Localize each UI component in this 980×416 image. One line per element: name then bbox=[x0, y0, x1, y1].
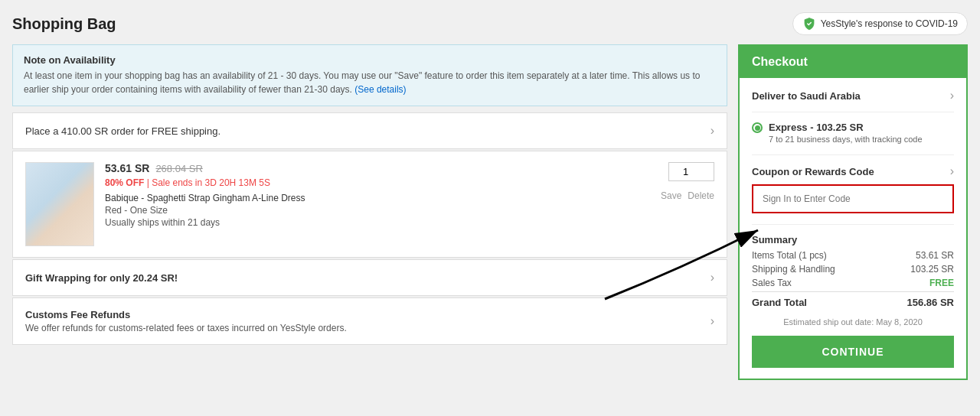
product-image bbox=[25, 162, 94, 246]
discount-badge: 80% OFF bbox=[105, 177, 144, 188]
ship-date: Estimated ship out date: May 8, 2020 bbox=[752, 317, 954, 327]
tax-row: Sales Tax FREE bbox=[752, 278, 954, 288]
shipping-name: Express - 103.25 SR bbox=[769, 122, 923, 133]
summary-section: Summary Items Total (1 pcs) 53.61 SR Shi… bbox=[752, 234, 954, 308]
grand-total-row: Grand Total 156.86 SR bbox=[752, 291, 954, 308]
customs-bar[interactable]: Customs Fee Refunds We offer refunds for… bbox=[12, 297, 727, 345]
coupon-label: Coupon or Rewards Code bbox=[752, 166, 874, 177]
coupon-input-wrapper bbox=[752, 184, 954, 213]
checkout-body: Deliver to Saudi Arabia › Express - 103.… bbox=[740, 78, 966, 379]
left-column: Note on Availability At least one item i… bbox=[12, 44, 727, 345]
delete-button[interactable]: Delete bbox=[688, 190, 714, 201]
product-variant: Red - One Size bbox=[105, 205, 642, 216]
quantity-input[interactable] bbox=[668, 162, 714, 181]
coupon-input[interactable] bbox=[755, 187, 951, 210]
covid-badge-button[interactable]: YesStyle's response to COVID-19 bbox=[792, 12, 968, 35]
items-label: Items Total (1 pcs) bbox=[752, 250, 827, 261]
original-price: 268.04 SR bbox=[155, 163, 202, 174]
tax-value: FREE bbox=[929, 278, 954, 288]
delivery-row[interactable]: Deliver to Saudi Arabia › bbox=[752, 89, 954, 112]
grand-label: Grand Total bbox=[752, 297, 807, 308]
save-button[interactable]: Save bbox=[661, 190, 681, 201]
items-value: 53.61 SR bbox=[916, 250, 954, 261]
coupon-chevron-icon: › bbox=[950, 164, 954, 178]
shipping-value: 103.25 SR bbox=[910, 264, 954, 275]
shield-icon bbox=[802, 17, 816, 31]
product-availability: Usually ships within 21 days bbox=[105, 217, 642, 228]
continue-button[interactable]: CONTINUE bbox=[752, 336, 954, 368]
notice-title: Note on Availability bbox=[24, 54, 716, 66]
grand-value: 156.86 SR bbox=[907, 297, 954, 308]
product-details: 53.61 SR 268.04 SR 80% OFF | Sale ends i… bbox=[105, 162, 642, 228]
current-price: 53.61 SR bbox=[105, 162, 149, 174]
shipping-option: Express - 103.25 SR 7 to 21 business day… bbox=[752, 122, 954, 155]
notice-text: At least one item in your shopping bag h… bbox=[24, 69, 716, 96]
free-shipping-text: Place a 410.00 SR order for FREE shippin… bbox=[25, 125, 220, 137]
product-name: Babique - Spaghetti Strap Gingham A-Line… bbox=[105, 193, 642, 203]
see-details-link[interactable]: (See details) bbox=[354, 84, 406, 95]
price-row: 53.61 SR 268.04 SR bbox=[105, 162, 642, 174]
coupon-section: Coupon or Rewards Code › bbox=[752, 164, 954, 225]
shipping-label: Shipping & Handling bbox=[752, 264, 835, 275]
covid-badge-label: YesStyle's response to COVID-19 bbox=[821, 18, 958, 29]
product-card: 53.61 SR 268.04 SR 80% OFF | Sale ends i… bbox=[12, 151, 727, 258]
shipping-desc: 7 to 21 business days, with tracking cod… bbox=[769, 135, 923, 144]
gift-wrapping-text: Gift Wrapping for only 20.24 SR! bbox=[25, 272, 178, 284]
chevron-right-icon: › bbox=[710, 124, 714, 138]
checkout-header: Checkout bbox=[740, 46, 966, 78]
shipping-details: Express - 103.25 SR 7 to 21 business day… bbox=[769, 122, 923, 144]
gift-wrapping-bar[interactable]: Gift Wrapping for only 20.24 SR! › bbox=[12, 259, 727, 296]
customs-chevron-icon: › bbox=[710, 314, 714, 328]
tax-label: Sales Tax bbox=[752, 278, 792, 288]
free-shipping-bar[interactable]: Place a 410.00 SR order for FREE shippin… bbox=[12, 112, 727, 149]
items-total-row: Items Total (1 pcs) 53.61 SR bbox=[752, 250, 954, 261]
gift-chevron-icon: › bbox=[710, 271, 714, 284]
summary-title: Summary bbox=[752, 234, 954, 245]
checkout-panel: Checkout Deliver to Saudi Arabia › Expre… bbox=[738, 44, 968, 380]
top-bar: Shopping Bag YesStyle's response to COVI… bbox=[12, 12, 968, 35]
shipping-row: Shipping & Handling 103.25 SR bbox=[752, 264, 954, 275]
main-layout: Note on Availability At least one item i… bbox=[12, 44, 968, 380]
delivery-chevron-icon: › bbox=[950, 89, 954, 102]
product-actions: Save Delete bbox=[653, 162, 714, 201]
page-title: Shopping Bag bbox=[12, 15, 116, 33]
sale-ends-text: Sale ends in 3D 20H 13M 5S bbox=[152, 177, 270, 188]
availability-notice: Note on Availability At least one item i… bbox=[12, 44, 727, 106]
customs-content: Customs Fee Refunds We offer refunds for… bbox=[25, 309, 347, 333]
customs-title: Customs Fee Refunds bbox=[25, 309, 347, 320]
customs-text: We offer refunds for customs-related fee… bbox=[25, 323, 347, 333]
sale-info: 80% OFF | Sale ends in 3D 20H 13M 5S bbox=[105, 177, 642, 188]
shipping-radio[interactable] bbox=[752, 122, 763, 133]
coupon-row: Coupon or Rewards Code › bbox=[752, 164, 954, 178]
action-links: Save Delete bbox=[661, 190, 714, 201]
delivery-label: Deliver to Saudi Arabia bbox=[752, 90, 861, 102]
